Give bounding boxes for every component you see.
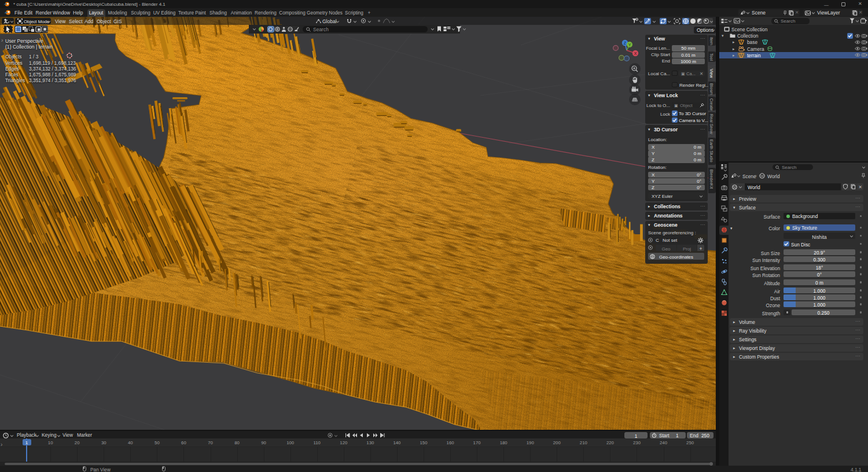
svg-text:Z: Z (624, 41, 627, 45)
svg-text:Y: Y (628, 43, 631, 47)
